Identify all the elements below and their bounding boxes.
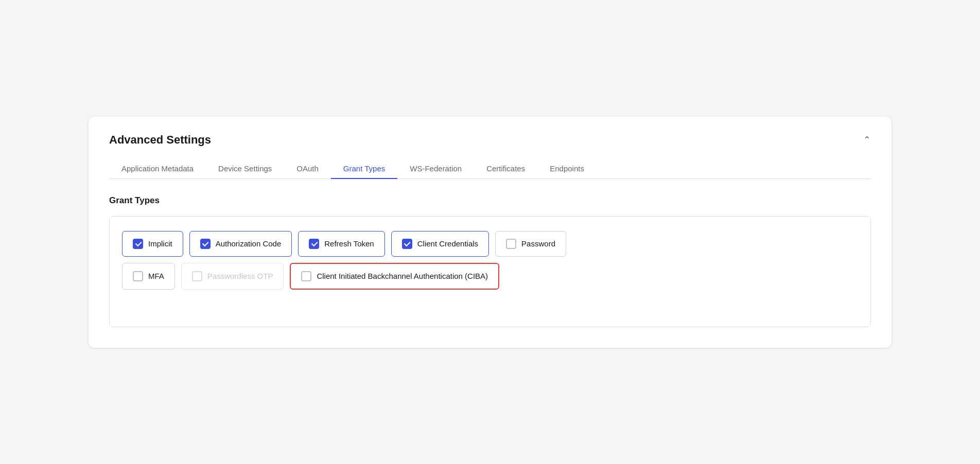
collapse-icon[interactable]: ⌃ [863, 134, 871, 146]
grant-option-authorization-code[interactable]: Authorization Code [189, 231, 292, 257]
checkbox-client-credentials [402, 239, 412, 249]
grant-option-passwordless-otp: Passwordless OTP [181, 263, 284, 290]
grant-label-refresh-token: Refresh Token [324, 239, 374, 248]
tab-grant-types[interactable]: Grant Types [331, 159, 397, 179]
grant-label-password: Password [521, 239, 555, 248]
card-title: Advanced Settings [109, 133, 211, 147]
checkbox-ciba [301, 271, 311, 281]
grant-option-client-credentials[interactable]: Client Credentials [391, 231, 489, 257]
grant-option-ciba[interactable]: Client Initiated Backchannel Authenticat… [290, 263, 499, 290]
grant-label-implicit: Implicit [148, 239, 172, 248]
grant-option-password[interactable]: Password [495, 231, 566, 257]
grant-types-section: Grant Types Implicit Authorization Code … [109, 195, 871, 327]
advanced-settings-card: Advanced Settings ⌃ Application Metadata… [89, 117, 891, 348]
checkbox-authorization-code [200, 239, 211, 249]
section-title: Grant Types [109, 195, 871, 206]
grant-types-container: Implicit Authorization Code Refresh Toke… [109, 216, 871, 327]
grant-label-passwordless-otp: Passwordless OTP [207, 272, 273, 280]
tab-device-settings[interactable]: Device Settings [206, 159, 284, 179]
grant-label-mfa: MFA [148, 272, 164, 280]
tab-endpoints[interactable]: Endpoints [537, 159, 597, 179]
checkbox-passwordless-otp [192, 271, 202, 281]
grant-label-ciba: Client Initiated Backchannel Authenticat… [317, 272, 488, 280]
grant-option-refresh-token[interactable]: Refresh Token [298, 231, 384, 257]
tab-oauth[interactable]: OAuth [284, 159, 331, 179]
grant-option-mfa[interactable]: MFA [122, 263, 175, 290]
grant-label-client-credentials: Client Credentials [417, 239, 478, 248]
checkbox-implicit [133, 239, 143, 249]
tab-certificates[interactable]: Certificates [474, 159, 537, 179]
tabs-nav: Application Metadata Device Settings OAu… [109, 159, 871, 179]
grant-label-authorization-code: Authorization Code [216, 239, 282, 248]
card-header: Advanced Settings ⌃ [109, 133, 871, 147]
grant-option-implicit[interactable]: Implicit [122, 231, 183, 257]
tab-ws-federation[interactable]: WS-Federation [397, 159, 474, 179]
grant-row-2: MFA Passwordless OTP Client Initiated Ba… [122, 263, 858, 290]
tab-application-metadata[interactable]: Application Metadata [109, 159, 206, 179]
checkbox-mfa [133, 271, 143, 281]
grant-row-1: Implicit Authorization Code Refresh Toke… [122, 231, 858, 257]
checkbox-password [506, 239, 516, 249]
checkbox-refresh-token [309, 239, 319, 249]
